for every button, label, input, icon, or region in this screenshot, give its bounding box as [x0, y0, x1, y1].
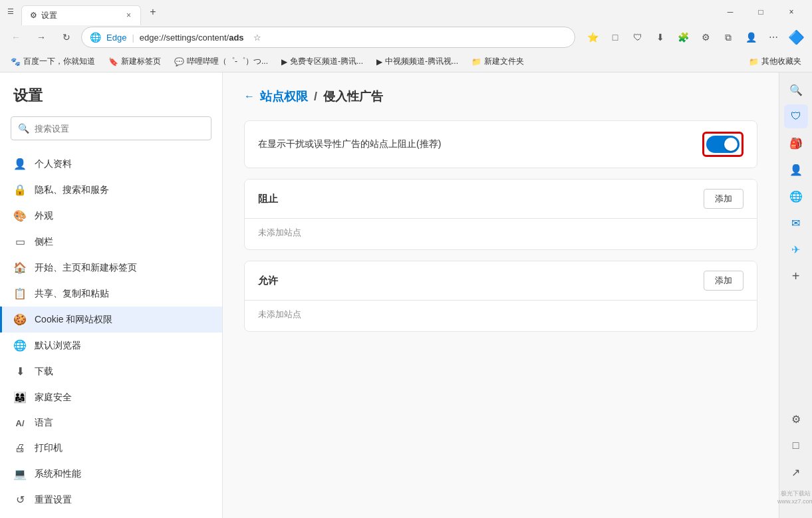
sidebar-item-start[interactable]: 🏠 开始、主页和新建标签页	[0, 255, 222, 281]
rs-add-icon[interactable]: +	[784, 264, 808, 288]
block-add-button[interactable]: 添加	[704, 189, 744, 209]
bookmark-tencent2[interactable]: ▶ 中视频频道-腾讯视...	[371, 55, 464, 68]
toggle-card: 在显示干扰或误导性广告的站点上阻止(推荐)	[244, 120, 757, 168]
bookmark-tencent1[interactable]: ▶ 免费专区频道-腾讯...	[276, 55, 368, 68]
folder-icon: 📁	[472, 57, 481, 66]
main-layout: 设置 🔍 👤 个人资料 🔒 隐私、搜索和服务 🎨 外观 ▭ 侧栏 🏠 开始、主页…	[0, 72, 812, 518]
bookmark-tencent1-label: 免费专区频道-腾讯...	[290, 56, 363, 67]
rs-external-icon[interactable]: ↗	[784, 460, 808, 484]
bookmarks-more-label: 其他收藏夹	[761, 56, 801, 67]
settings-tab[interactable]: ⚙ 设置 ×	[21, 5, 141, 25]
toggle-label: 在显示干扰或误导性广告的站点上阻止(推荐)	[258, 138, 702, 150]
tab-icon: ⚙	[30, 11, 37, 20]
printer-nav-icon: 🖨	[13, 442, 27, 454]
allow-section-header: 允许 添加	[245, 261, 757, 300]
rs-expand-icon[interactable]: □	[784, 434, 808, 457]
sidebar-item-phone[interactable]: 📱 手机和其他设备	[0, 513, 222, 518]
system-nav-icon: 💻	[13, 467, 27, 480]
extensions-icon[interactable]: 🧩	[672, 27, 694, 48]
bookmark-folder-label: 新建文件夹	[484, 56, 524, 67]
address-separator: |	[132, 33, 134, 43]
page-header: ← 站点权限 / 侵入性广告	[244, 88, 757, 104]
bookmark-newtab[interactable]: 🔖 新建标签页	[103, 55, 166, 68]
sidebar-item-share[interactable]: 📋 共享、复制和粘贴	[0, 281, 222, 307]
rs-collections-icon[interactable]: 🎒	[784, 131, 808, 155]
sidebar-item-printer[interactable]: 🖨 打印机	[0, 436, 222, 461]
rs-copilot-icon[interactable]: 🛡	[784, 104, 808, 128]
search-box[interactable]: 🔍	[11, 116, 211, 140]
bookmarks-more[interactable]: 📁 其他收藏夹	[744, 55, 807, 68]
addressbar: ← → ↻ 🌐 Edge | edge://settings/content/a…	[0, 23, 812, 51]
breadcrumb-parent[interactable]: 站点权限	[260, 90, 308, 103]
browser-essentials-icon[interactable]: 🛡	[627, 27, 648, 48]
new-tab-button[interactable]: +	[144, 3, 162, 21]
sidebar-item-start-label: 开始、主页和新建标签页	[35, 262, 137, 274]
back-button[interactable]: ←	[5, 27, 27, 48]
rs-wallet-icon[interactable]: 🌐	[784, 184, 808, 208]
sidebar-item-profile[interactable]: 👤 个人资料	[0, 151, 222, 177]
sidebar-item-default-browser[interactable]: 🌐 默认浏览器	[0, 332, 222, 358]
watermark: 极光下载站www.xz7.com	[775, 487, 812, 507]
rs-telegram-icon[interactable]: ✈	[784, 237, 808, 261]
sidebar-item-downloads[interactable]: ⬇ 下载	[0, 358, 222, 384]
collections-icon[interactable]: □	[605, 27, 626, 48]
refresh-button[interactable]: ↻	[56, 27, 77, 48]
back-arrow-btn[interactable]: ←	[244, 90, 255, 102]
sidebar-item-family[interactable]: 👨‍👩‍👧 家庭安全	[0, 384, 222, 410]
sidebar-item-appearance[interactable]: 🎨 外观	[0, 203, 222, 229]
forward-button[interactable]: →	[31, 27, 52, 48]
sidebar-item-reset[interactable]: ↺ 重置设置	[0, 487, 222, 513]
bookmark-folder[interactable]: 📁 新建文件夹	[466, 55, 529, 68]
rs-search-icon[interactable]: 🔍	[784, 78, 808, 102]
family-nav-icon: 👨‍👩‍👧	[13, 391, 27, 404]
tab-bar: ⚙ 设置 × +	[21, 0, 710, 23]
more-btn[interactable]: ⋯	[763, 27, 784, 48]
sidebar-item-profile-label: 个人资料	[35, 158, 72, 170]
baidu-icon: 🐾	[11, 57, 21, 66]
maximize-btn[interactable]: □	[745, 0, 776, 23]
newtab-icon: 🔖	[108, 57, 118, 66]
sidebar-item-system[interactable]: 💻 系统和性能	[0, 461, 222, 487]
ads-toggle[interactable]	[706, 136, 740, 153]
downloads-nav-icon: ⬇	[13, 365, 27, 378]
star-icon[interactable]: ☆	[249, 29, 265, 45]
breadcrumb: 站点权限 / 侵入性广告	[260, 88, 383, 104]
bookmark-baidu[interactable]: 🐾 百度一下，你就知道	[5, 55, 100, 68]
rs-outlook-icon[interactable]: ✉	[784, 211, 808, 235]
tencent2-icon: ▶	[376, 57, 382, 66]
sidebar-item-privacy[interactable]: 🔒 隐私、搜索和服务	[0, 177, 222, 203]
profile-icon[interactable]: 👤	[740, 27, 761, 48]
toolbar-icons: ⭐ □ 🛡 ⬇ 🧩 ⚙ ⧉ 👤 ⋯ 🔷	[582, 27, 807, 48]
downloads-icon[interactable]: ⬇	[650, 27, 671, 48]
address-box[interactable]: 🌐 Edge | edge://settings/content/ads ☆	[81, 27, 575, 48]
appearance-nav-icon: 🎨	[13, 209, 27, 222]
address-url: edge://settings/content/ads	[140, 33, 244, 43]
sidebar-toggle-btn[interactable]: ☰	[5, 7, 16, 17]
titlebar: ☰ ⚙ 设置 × + ─ □ ×	[0, 0, 812, 23]
sidebar-item-cookies[interactable]: 🍪 Cookie 和网站权限	[0, 307, 222, 332]
split-screen-icon[interactable]: ⧉	[718, 27, 739, 48]
close-btn[interactable]: ×	[776, 0, 807, 23]
sidebar-item-reset-label: 重置设置	[35, 494, 72, 506]
sidebar-item-sidebar[interactable]: ▭ 侧栏	[0, 229, 222, 255]
rs-bottom: ⚙ □ ↗ 极光下载站www.xz7.com	[775, 407, 812, 513]
favorites-icon[interactable]: ⭐	[582, 27, 603, 48]
bookmark-bilibili[interactable]: 💬 哔哩哔哩（゜-゜）つ...	[169, 55, 273, 68]
search-input[interactable]	[35, 124, 204, 134]
share-nav-icon: 📋	[13, 287, 27, 300]
tab-close-btn[interactable]: ×	[125, 9, 132, 21]
settings-more-icon[interactable]: ⚙	[695, 27, 716, 48]
reset-nav-icon: ↺	[13, 493, 27, 506]
edge-logo-icon: 🌐	[90, 32, 101, 43]
sidebar-item-family-label: 家庭安全	[35, 392, 72, 404]
sidebar-item-system-label: 系统和性能	[35, 468, 81, 480]
sidebar-item-language[interactable]: A/ 语言	[0, 410, 222, 436]
minimize-btn[interactable]: ─	[715, 0, 745, 23]
right-sidebar: 🔍 🛡 🎒 👤 🌐 ✉ ✈ + ⚙ □ ↗ 极光下载站www.xz7.com	[779, 72, 812, 518]
url-highlight: ads	[229, 33, 243, 43]
rs-profile-icon[interactable]: 👤	[784, 158, 808, 182]
start-nav-icon: 🏠	[13, 261, 27, 274]
rs-settings-icon[interactable]: ⚙	[784, 407, 808, 431]
sidebar-title: 设置	[0, 86, 222, 116]
allow-add-button[interactable]: 添加	[704, 271, 744, 291]
